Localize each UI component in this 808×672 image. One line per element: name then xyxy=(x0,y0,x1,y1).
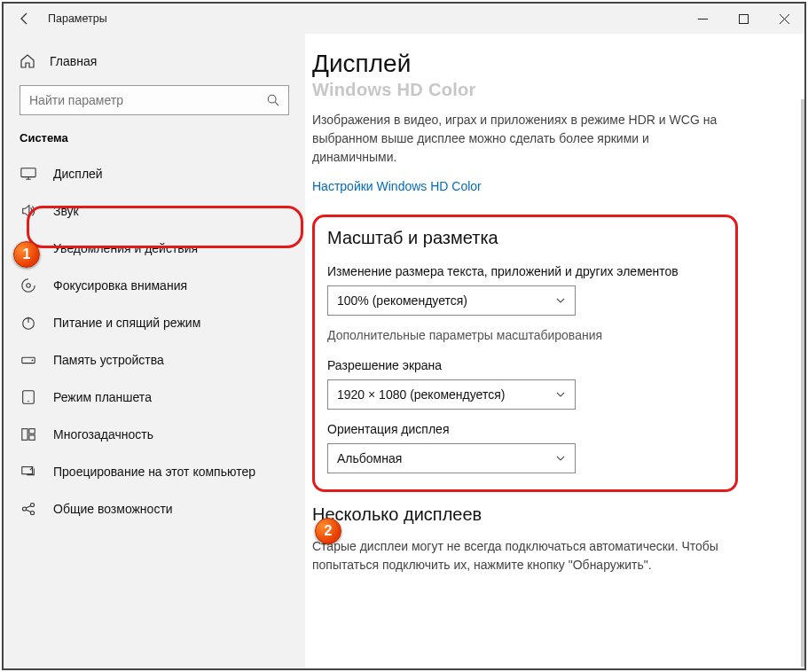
annotation-badge-1: 1 xyxy=(13,241,40,268)
scale-heading: Масштаб и разметка xyxy=(327,228,721,248)
multi-displays-desc: Старые дисплеи могут не всегда подключат… xyxy=(312,537,720,574)
sidebar-item-sound[interactable]: Звук xyxy=(4,192,305,230)
svg-point-9 xyxy=(27,401,28,402)
svg-rect-0 xyxy=(739,14,748,23)
sidebar-item-label: Режим планшета xyxy=(53,390,152,404)
svg-rect-11 xyxy=(29,429,35,434)
hdcolor-description: Изображения в видео, играх и приложениях… xyxy=(312,111,729,167)
back-button[interactable] xyxy=(4,12,46,26)
orientation-dropdown[interactable]: Альбомная xyxy=(327,443,576,473)
content-pane: Дисплей Windows HD Color Изображения в в… xyxy=(305,34,804,668)
scale-section-callout: Масштаб и разметка Изменение размера тек… xyxy=(312,215,738,492)
svg-point-7 xyxy=(32,360,34,362)
search-icon xyxy=(258,85,288,115)
resolution-value: 1920 × 1080 (рекомендуется) xyxy=(337,387,505,402)
sidebar-item-notifications[interactable]: Уведомления и действия xyxy=(4,230,305,267)
home-icon xyxy=(20,53,35,69)
sidebar: Главная Система Дисплей Звук xyxy=(4,34,305,668)
sidebar-item-label: Проецирование на этот компьютер xyxy=(53,465,255,479)
window-title: Параметры xyxy=(46,12,682,25)
home-label: Главная xyxy=(50,54,97,68)
chevron-down-icon xyxy=(555,389,566,400)
focus-icon xyxy=(20,277,37,294)
page-title: Дисплей xyxy=(312,50,778,78)
resolution-label: Разрешение экрана xyxy=(327,358,721,372)
sidebar-item-multitask[interactable]: Многозадачность xyxy=(4,416,305,453)
shared-icon xyxy=(20,500,37,518)
resolution-dropdown[interactable]: 1920 × 1080 (рекомендуется) xyxy=(327,379,576,410)
sidebar-item-power[interactable]: Питание и спящий режим xyxy=(4,304,305,341)
sidebar-item-label: Звук xyxy=(53,204,79,218)
sound-icon xyxy=(20,202,37,220)
sidebar-item-display[interactable]: Дисплей xyxy=(4,155,305,192)
sidebar-item-label: Общие возможности xyxy=(53,502,173,516)
orientation-value: Альбомная xyxy=(337,451,402,465)
display-icon xyxy=(20,165,37,183)
svg-point-15 xyxy=(30,503,34,506)
power-icon xyxy=(20,314,37,332)
svg-point-1 xyxy=(268,95,276,103)
chevron-down-icon xyxy=(555,453,566,464)
scale-size-value: 100% (рекомендуется) xyxy=(337,293,467,308)
sidebar-item-focus[interactable]: Фокусировка внимания xyxy=(4,267,305,304)
search-field[interactable] xyxy=(20,93,258,107)
scrollbar[interactable] xyxy=(801,99,804,667)
nav-list: Дисплей Звук Уведомления и действия Фоку… xyxy=(4,155,305,527)
sidebar-item-label: Фокусировка внимания xyxy=(53,278,187,293)
chevron-down-icon xyxy=(555,295,566,306)
sidebar-item-shared[interactable]: Общие возможности xyxy=(4,490,305,527)
advanced-scaling-link[interactable]: Дополнительные параметры масштабирования xyxy=(327,328,721,342)
svg-rect-12 xyxy=(29,435,35,440)
sidebar-item-label: Уведомления и действия xyxy=(53,241,198,255)
scale-size-dropdown[interactable]: 100% (рекомендуется) xyxy=(327,285,576,316)
svg-rect-13 xyxy=(22,467,33,474)
search-input[interactable] xyxy=(20,85,289,115)
close-button[interactable] xyxy=(764,4,804,33)
annotation-badge-2: 2 xyxy=(315,518,341,544)
sidebar-item-label: Дисплей xyxy=(53,167,103,181)
multitask-icon xyxy=(20,426,37,443)
sidebar-item-projecting[interactable]: Проецирование на этот компьютер xyxy=(4,453,305,490)
svg-point-4 xyxy=(27,284,31,288)
titlebar: Параметры xyxy=(4,4,804,34)
hdcolor-link[interactable]: Настройки Windows HD Color xyxy=(312,179,778,193)
home-nav[interactable]: Главная xyxy=(4,46,305,76)
multi-displays-heading: Несколько дисплеев xyxy=(312,504,778,525)
sidebar-item-label: Питание и спящий режим xyxy=(53,316,200,330)
sidebar-item-storage[interactable]: Память устройства xyxy=(4,341,305,379)
svg-rect-10 xyxy=(22,429,27,441)
svg-rect-2 xyxy=(21,168,35,177)
svg-point-14 xyxy=(22,507,26,511)
projecting-icon xyxy=(20,463,37,481)
section-label: Система xyxy=(4,128,305,155)
sidebar-item-label: Память устройства xyxy=(53,353,164,367)
orientation-label: Ориентация дисплея xyxy=(327,422,721,436)
minimize-button[interactable] xyxy=(682,4,723,33)
storage-icon xyxy=(20,351,37,369)
scale-size-label: Изменение размера текста, приложений и д… xyxy=(327,264,721,278)
hdcolor-heading: Windows HD Color xyxy=(312,80,778,100)
sidebar-item-label: Многозадачность xyxy=(53,427,153,441)
tablet-icon xyxy=(20,388,37,406)
sidebar-item-tablet[interactable]: Режим планшета xyxy=(4,379,305,416)
svg-point-16 xyxy=(30,511,34,514)
maximize-button[interactable] xyxy=(723,4,764,33)
